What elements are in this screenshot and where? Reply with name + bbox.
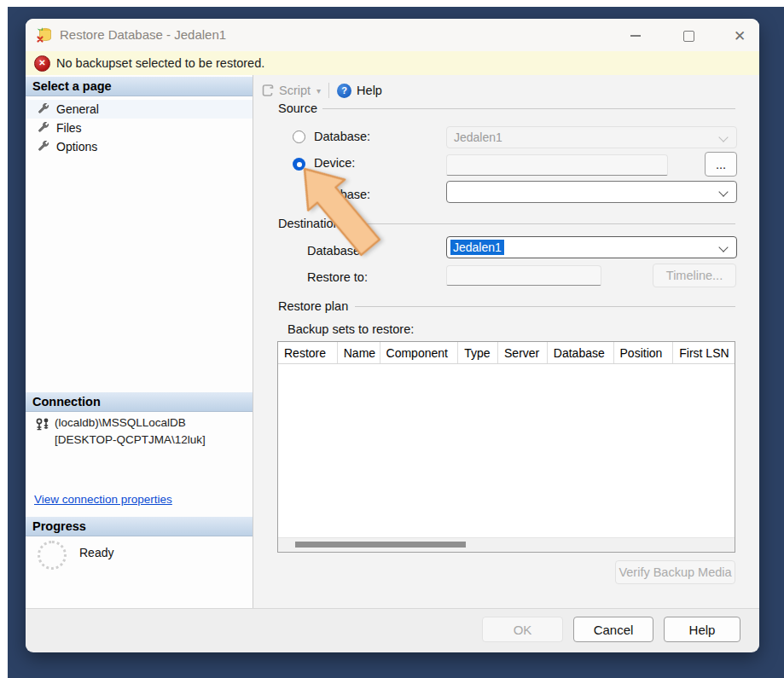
chevron-down-icon xyxy=(718,132,728,142)
source-database-value: Jedalen1 xyxy=(454,130,502,144)
progress-header: Progress xyxy=(26,517,253,536)
column-header-component[interactable]: Component xyxy=(380,342,459,363)
source-database2-label: Database: xyxy=(314,188,370,201)
source-database2-combobox[interactable] xyxy=(446,181,737,203)
page-toolbar: Script ▾ ? Help xyxy=(253,78,382,102)
connection-header: Connection xyxy=(26,392,253,412)
wrench-icon xyxy=(38,141,49,153)
scrollbar-thumb[interactable] xyxy=(295,542,466,548)
sidebar-item-general[interactable]: General xyxy=(26,100,253,119)
column-header-name[interactable]: Name xyxy=(338,342,380,363)
screenshot-stage: Restore Database - Jedalen1 ✕ ✕ No backu… xyxy=(0,0,784,678)
sidebar-item-label: Options xyxy=(56,140,97,154)
chevron-down-icon xyxy=(718,242,728,252)
sidebar-item-label: Files xyxy=(56,121,82,135)
minimize-button[interactable] xyxy=(621,26,650,46)
source-database-label: Database: xyxy=(314,130,370,143)
footer-bar: OK Cancel Help xyxy=(26,608,759,652)
script-label: Script xyxy=(279,84,311,97)
maximize-button[interactable] xyxy=(674,26,703,46)
column-header-restore[interactable]: Restore xyxy=(278,342,338,363)
minimize-icon xyxy=(630,35,641,37)
source-database-radio[interactable] xyxy=(293,130,305,143)
script-button[interactable]: Script ▾ xyxy=(261,84,321,97)
sidebar-item-options[interactable]: Options xyxy=(26,137,253,156)
help-icon: ? xyxy=(337,84,351,98)
connection-server-line1: (localdb)\MSSQLLocalDB xyxy=(55,414,206,432)
destination-section-label: Destination xyxy=(278,217,340,230)
navigation-panel: Select a page General Files Options Conn… xyxy=(26,75,253,608)
destination-database-label: Database: xyxy=(307,244,363,258)
help-label: Help xyxy=(357,84,382,97)
sidebar-item-label: General xyxy=(56,102,99,116)
grid-header-row: Restore Name Component Type Server Datab… xyxy=(278,342,735,364)
restore-database-icon xyxy=(36,26,53,43)
sidebar-item-files[interactable]: Files xyxy=(26,119,253,137)
backup-sets-grid: Restore Name Component Type Server Datab… xyxy=(277,341,735,553)
restore-to-input[interactable] xyxy=(446,265,601,286)
connection-server-info: (localdb)\MSSQLLocalDB [DESKTOP-QCPTJMA\… xyxy=(55,414,206,449)
script-icon xyxy=(261,84,274,97)
restore-to-label: Restore to: xyxy=(307,270,368,284)
alert-message: No backupset selected to be restored. xyxy=(56,56,264,70)
destination-database-value: Jedalen1 xyxy=(450,240,504,255)
source-device-radio[interactable] xyxy=(293,158,305,171)
connection-server-line2: [DESKTOP-QCPTJMA\12luk] xyxy=(55,432,206,449)
source-device-label: Device: xyxy=(314,156,355,170)
column-header-database[interactable]: Database xyxy=(548,342,614,363)
chevron-down-icon xyxy=(718,187,728,196)
view-connection-properties-link[interactable]: View connection properties xyxy=(34,493,172,506)
close-button[interactable]: ✕ xyxy=(725,26,754,46)
column-header-type[interactable]: Type xyxy=(458,342,498,363)
progress-spinner-icon xyxy=(38,541,67,570)
chevron-down-icon: ▾ xyxy=(317,86,321,96)
ok-button[interactable]: OK xyxy=(482,617,563,642)
restore-plan-section-label: Restore plan xyxy=(278,299,348,313)
error-icon: ✕ xyxy=(34,55,50,72)
destination-database-combobox[interactable]: Jedalen1 xyxy=(446,236,737,258)
cancel-button[interactable]: Cancel xyxy=(573,617,653,642)
wrench-icon xyxy=(38,122,49,134)
select-a-page-header: Select a page xyxy=(26,77,253,96)
progress-status: Ready xyxy=(79,546,113,559)
column-header-position[interactable]: Position xyxy=(614,342,674,363)
restore-plan-section-rule xyxy=(355,306,735,307)
server-connection-icon xyxy=(34,416,51,433)
wrench-icon xyxy=(38,103,49,115)
source-database-combobox[interactable]: Jedalen1 xyxy=(446,126,737,148)
restore-database-dialog: Restore Database - Jedalen1 ✕ ✕ No backu… xyxy=(26,19,759,652)
backup-sets-label: Backup sets to restore: xyxy=(287,322,414,336)
source-section-label: Source xyxy=(278,101,317,115)
horizontal-scrollbar[interactable] xyxy=(278,537,735,552)
validation-alert-bar: ✕ No backupset selected to be restored. xyxy=(26,51,759,76)
close-icon: ✕ xyxy=(734,27,746,45)
timeline-button[interactable]: Timeline... xyxy=(653,264,736,287)
browse-device-button[interactable]: ... xyxy=(705,152,737,177)
column-header-server[interactable]: Server xyxy=(498,342,548,363)
title-bar: Restore Database - Jedalen1 ✕ xyxy=(26,19,759,51)
source-section-rule xyxy=(322,108,735,109)
help-toolbar-button[interactable]: ? Help xyxy=(337,84,382,98)
toolbar-divider xyxy=(328,83,329,98)
column-header-first-lsn[interactable]: First LSN xyxy=(673,342,735,363)
window-title: Restore Database - Jedalen1 xyxy=(60,27,226,42)
verify-backup-media-button[interactable]: Verify Backup Media xyxy=(615,560,735,584)
help-button[interactable]: Help xyxy=(664,617,740,642)
source-device-input[interactable] xyxy=(446,154,668,176)
maximize-icon xyxy=(683,31,694,42)
destination-section-rule xyxy=(351,223,735,224)
